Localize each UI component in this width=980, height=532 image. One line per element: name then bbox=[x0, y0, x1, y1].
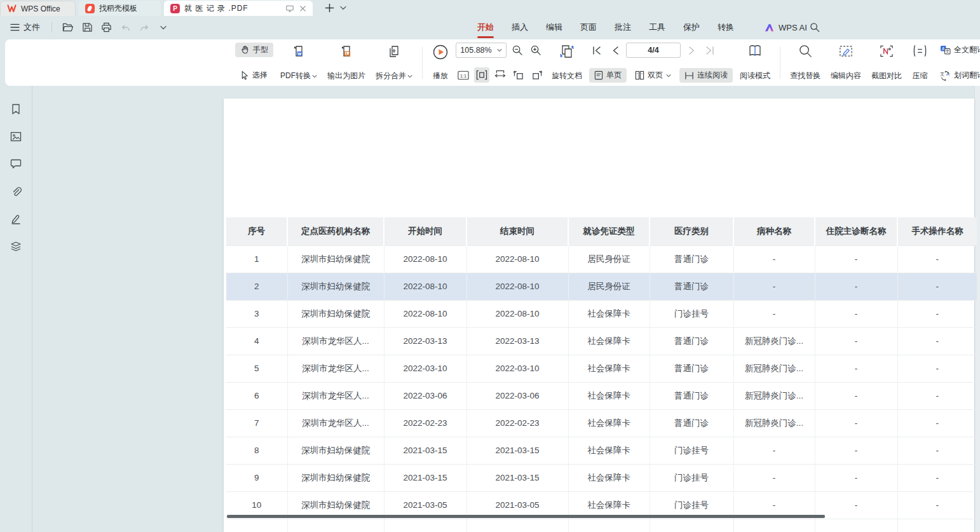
read-mode-button[interactable]: 阅读模式 bbox=[737, 43, 773, 83]
screenshot-compare-button[interactable]: 截图对比 bbox=[868, 43, 905, 83]
table-cell: 2022-08-10 bbox=[384, 245, 466, 273]
continuous-read-button[interactable]: 连续阅读 bbox=[679, 68, 733, 83]
page-navigation-group: 4/4 单页 双页 bbox=[589, 43, 733, 83]
attachment-icon[interactable] bbox=[9, 184, 23, 198]
table-header-cell: 就诊凭证类型 bbox=[568, 217, 650, 245]
hand-tool-button[interactable]: 手型 bbox=[235, 43, 273, 57]
menu-item-插入[interactable]: 插入 bbox=[503, 16, 537, 39]
table-cell bbox=[568, 519, 650, 532]
ribbon-search-icon[interactable] bbox=[806, 18, 824, 36]
undo-icon[interactable] bbox=[117, 20, 133, 35]
wps-ai-logo-icon bbox=[764, 23, 775, 32]
menu-item-保护[interactable]: 保护 bbox=[674, 16, 709, 39]
new-tab-button[interactable] bbox=[322, 0, 337, 15]
next-page-button[interactable] bbox=[684, 43, 699, 58]
menu-item-编辑[interactable]: 编辑 bbox=[537, 16, 571, 39]
layers-icon[interactable] bbox=[9, 239, 23, 253]
table-cell: 2022-03-13 bbox=[384, 327, 466, 355]
zoom-level-select[interactable]: 105.88% bbox=[456, 43, 507, 58]
compress-button[interactable]: 压缩 bbox=[909, 43, 931, 83]
file-menu-button[interactable]: 文件 bbox=[6, 19, 44, 36]
split-merge-label: 拆分合并 bbox=[376, 71, 406, 81]
tab-list-chevron-icon[interactable] bbox=[337, 1, 349, 14]
pdf-convert-button[interactable]: PDF转换 bbox=[277, 43, 320, 83]
table-cell: 2022-08-10 bbox=[384, 273, 466, 300]
menu-item-工具[interactable]: 工具 bbox=[640, 16, 674, 39]
bookmark-icon[interactable] bbox=[9, 102, 23, 116]
menu-item-批注[interactable]: 批注 bbox=[606, 16, 640, 39]
play-button[interactable]: 播放 bbox=[429, 43, 452, 83]
pointer-tools-group: 手型 选择 bbox=[235, 43, 273, 83]
close-tab-icon[interactable] bbox=[299, 5, 306, 12]
monitor-icon[interactable] bbox=[285, 4, 294, 13]
table-cell: 深圳市龙华区人... bbox=[287, 409, 384, 437]
single-page-button[interactable]: 单页 bbox=[589, 68, 627, 83]
table-cell: 2022-03-06 bbox=[466, 382, 568, 409]
table-cell: - bbox=[815, 327, 897, 355]
table-cell: - bbox=[897, 327, 977, 355]
find-replace-button[interactable]: 查找替换 bbox=[787, 43, 824, 83]
table-row: 6深圳市龙华区人...2022-03-062022-03-06社会保障卡普通门诊… bbox=[226, 382, 977, 409]
hand-tool-label: 手型 bbox=[253, 44, 268, 55]
table-cell: 社会保障卡 bbox=[568, 327, 650, 355]
menu-item-转换[interactable]: 转换 bbox=[709, 16, 743, 39]
thumbnail-icon[interactable] bbox=[9, 130, 23, 144]
open-file-icon[interactable] bbox=[60, 20, 76, 35]
fit-width-button[interactable] bbox=[474, 67, 489, 83]
redo-icon[interactable] bbox=[136, 20, 153, 35]
menu-item-开始[interactable]: 开始 bbox=[468, 16, 503, 39]
signature-icon[interactable] bbox=[9, 212, 23, 226]
zoom-out-button[interactable] bbox=[510, 43, 525, 58]
wps-logo-icon bbox=[7, 4, 17, 13]
table-cell: 2021-03-15 bbox=[384, 437, 466, 464]
wps-pdf-window: { "tabs": { "wps_home": { "label": "WPS … bbox=[0, 0, 980, 532]
previous-page-button[interactable] bbox=[608, 43, 623, 58]
quick-access-chevron-icon[interactable] bbox=[155, 20, 172, 35]
table-cell: 门诊挂号 bbox=[650, 437, 733, 464]
menu-item-页面[interactable]: 页面 bbox=[571, 16, 606, 39]
edit-pencil-icon bbox=[838, 44, 854, 58]
split-merge-button[interactable]: 拆分合并 bbox=[372, 43, 416, 83]
screenshot-compare-label: 截图对比 bbox=[871, 71, 902, 81]
tab-docer-templates[interactable]: 找稻壳模板 bbox=[79, 1, 161, 16]
horizontal-scrollbar-thumb[interactable] bbox=[227, 515, 825, 518]
table-cell: 2022-02-23 bbox=[384, 409, 466, 437]
full-translate-button[interactable]: A文 全文翻译 bbox=[935, 43, 980, 57]
table-cell bbox=[815, 519, 897, 532]
last-page-button[interactable] bbox=[702, 43, 718, 58]
table-cell: 深圳市龙华区人... bbox=[287, 327, 384, 355]
tab-wps-home[interactable]: WPS Office bbox=[0, 1, 76, 16]
tab-document-active[interactable]: P 就 医 记 录 .PDF bbox=[164, 1, 313, 16]
table-cell: 社会保障卡 bbox=[568, 300, 650, 327]
save-icon[interactable] bbox=[79, 20, 95, 35]
table-cell: - bbox=[897, 409, 977, 437]
table-cell: 新冠肺炎门诊... bbox=[733, 327, 815, 355]
table-cell: 2021-03-15 bbox=[466, 437, 568, 464]
rotate-right-button[interactable] bbox=[529, 67, 545, 83]
zoom-in-button[interactable] bbox=[528, 43, 543, 58]
page-number-input[interactable]: 4/4 bbox=[626, 43, 681, 58]
table-cell: 居民身份证 bbox=[568, 245, 650, 273]
export-image-button[interactable]: 输出为图片 bbox=[324, 43, 369, 83]
table-cell: 普通门诊 bbox=[650, 409, 733, 437]
pdf-page: 序号定点医药机构名称开始时间结束时间就诊凭证类型医疗类别病种名称住院主诊断名称手… bbox=[224, 99, 974, 532]
tab-label: 找稻壳模板 bbox=[99, 3, 137, 14]
table-body: 1深圳市妇幼保健院2022-08-102022-08-10居民身份证普通门诊--… bbox=[226, 245, 977, 532]
comment-icon[interactable] bbox=[9, 157, 23, 171]
rotate-document-label: 旋转文档 bbox=[552, 71, 582, 81]
fit-page-button[interactable] bbox=[493, 67, 508, 83]
print-icon[interactable] bbox=[98, 20, 114, 35]
tab-bar: WPS Office 找稻壳模板 P 就 医 记 录 .PDF bbox=[0, 0, 980, 16]
word-translate-button[interactable]: 文A 划词翻译 bbox=[935, 68, 980, 83]
table-cell: - bbox=[815, 355, 897, 382]
first-page-button[interactable] bbox=[589, 43, 604, 58]
double-page-button[interactable]: 双页 bbox=[630, 68, 676, 83]
actual-size-button[interactable]: 1:1 bbox=[456, 67, 471, 83]
rotate-left-button[interactable] bbox=[511, 67, 526, 83]
select-tool-button[interactable]: 选择 bbox=[235, 68, 273, 83]
table-cell: 6 bbox=[226, 382, 287, 409]
table-cell: - bbox=[897, 245, 977, 273]
rotate-document-button[interactable]: 旋转文档 bbox=[548, 43, 585, 83]
compress-label: 压缩 bbox=[913, 71, 928, 81]
edit-content-button[interactable]: 编辑内容 bbox=[827, 43, 864, 83]
